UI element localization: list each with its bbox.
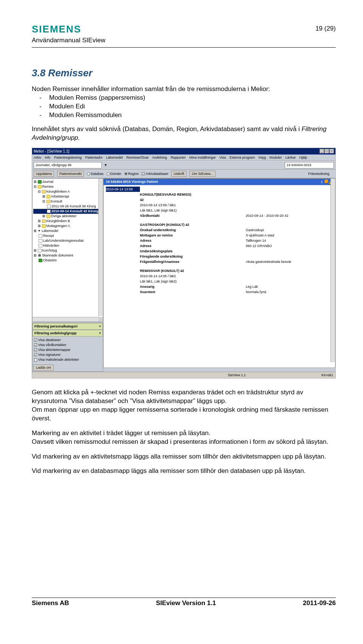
radio-databas[interactable]: Databas: [87, 171, 104, 176]
module-item: Modulen Remiss (pappersremiss): [49, 94, 145, 102]
menu-item[interactable]: Externa program: [230, 156, 255, 159]
body-paragraph: Om man öppnar upp en mapp ligger remisse…: [32, 406, 336, 423]
about-button[interactable]: Om SIEview...: [189, 171, 216, 177]
tree-node: Recept: [33, 233, 102, 238]
app-screenshot: Melior - [SieView 1.1] _ □ × Arkiv Info …: [32, 148, 336, 378]
menu-item[interactable]: Intyg: [259, 156, 266, 159]
menu-item[interactable]: Patientregistrering: [54, 156, 82, 159]
content-header: 19 540404-8815 Visnings Patient !: [104, 179, 335, 185]
footer-version: SIEview Version 1.1: [156, 599, 216, 607]
menu-item[interactable]: Rapporter: [171, 156, 186, 159]
opt-databaser[interactable]: ✓Visa databaser: [34, 338, 101, 342]
window-title: Melior - [SieView 1.1]: [34, 149, 69, 154]
body-paragraph: Genom att klicka på +-tecknet vid noden …: [32, 388, 336, 406]
page-number: 19 (29): [315, 25, 336, 32]
menu-item[interactable]: Moduler: [270, 156, 282, 159]
menu-item[interactable]: Avdelning: [152, 156, 167, 159]
radio-doman[interactable]: Domän: [107, 171, 121, 176]
tree-item: 2011-09-26 Konsult 96 Kirurg: [33, 204, 102, 209]
status-context: KirAsk1: [321, 373, 333, 377]
tree-node: ⊞ ✦ Läkemedel: [33, 229, 102, 233]
update-button[interactable]: Uppdatera: [34, 171, 54, 177]
patient-overview-button[interactable]: Patientöversikt: [57, 171, 84, 177]
header-divider: [32, 47, 336, 48]
minimize-icon[interactable]: _: [320, 149, 324, 153]
tree-item-selected: 2010-09-14 Konsult 42 Kirurg: [33, 209, 102, 214]
module-list: -Modulen Remiss (pappersremiss) -Modulen…: [32, 94, 336, 120]
opt-aktivitetsmappar[interactable]: ✓Visa aktivitetsmappar: [34, 347, 101, 352]
alert-dot-icon: [324, 179, 328, 183]
menu-item[interactable]: Info: [45, 156, 51, 159]
footer-company: Siemens AB: [32, 599, 69, 607]
menu-item[interactable]: Arkiv: [34, 156, 41, 159]
tree-node: ⊞ Journal: [33, 179, 102, 184]
footer-date: 2011-09-26: [303, 599, 336, 607]
content-pane: 19 540404-8815 Visnings Patient ! 2010-0…: [103, 178, 335, 368]
scrollbar-vertical[interactable]: [330, 179, 335, 362]
check-arkiv[interactable]: ✓Arkivdatabaser: [142, 171, 168, 176]
logo: SIEMENS: [32, 23, 105, 35]
page-footer: Siemens AB SIEview Version 1.1 2011-09-2…: [32, 598, 336, 607]
tree-node: ⊟ Kirurgkliniken A: [33, 189, 102, 194]
opt-vardkontakter[interactable]: ✓Visa vårdkontakter: [34, 343, 101, 347]
scrollbar-vertical[interactable]: [98, 179, 103, 316]
module-item: Modulen Edi: [49, 102, 85, 111]
tree-node: Obstetrix: [33, 258, 102, 263]
search-label[interactable]: Fritextsökning: [308, 171, 329, 176]
radio-region[interactable]: Region: [124, 171, 139, 176]
patient-id-field[interactable]: 19 540404-0015: [285, 162, 334, 168]
tree-node: ⊞ Mottagningen A: [33, 224, 102, 229]
module-item: Modulen Remissmodulen: [49, 111, 122, 120]
tree-node: ⊞ Övriga aktiviteter: [33, 214, 102, 219]
tree-node: ⊟ Konsult: [33, 199, 102, 204]
window-titlebar: Melior - [SieView 1.1] _ □ ×: [32, 148, 335, 155]
tree-node: Lab/Undersökningsresultat: [33, 238, 102, 243]
entry-timestamp: 2010-09-14 13:58: [106, 187, 140, 192]
toolbar-top: Journaler, vårdgrupp 96 ▼ 19 540404-0015: [32, 161, 335, 169]
menu-item[interactable]: Länkar: [285, 156, 296, 159]
menu-bar: Arkiv Info Patientregistrering Patientad…: [32, 154, 335, 161]
menu-item[interactable]: Hjälp: [299, 156, 307, 159]
tree-node: ⊞ Arbetsterapi: [33, 194, 102, 199]
maximize-icon[interactable]: □: [324, 149, 329, 153]
tree-pane[interactable]: ⊞ Journal ⊟ Remiss ⊟ Kirurgkliniken A ⊞ …: [32, 178, 103, 322]
body-paragraph: Vid markering av en databasmapp läggs al…: [32, 467, 336, 476]
tree-node: Mätvärden: [33, 243, 102, 248]
menu-item[interactable]: Mina inställningar: [189, 156, 216, 159]
tree-node: ⊞ Kirurgkliniken B: [33, 219, 102, 224]
section-heading: 3.8 Remisser: [32, 66, 336, 80]
doc-subtitle: Användarmanual SIEview: [32, 37, 105, 44]
reload-button[interactable]: Ladda om: [33, 364, 54, 371]
journal-select[interactable]: Journaler, vårdgrupp 96: [34, 162, 102, 168]
tree-node: ⊞ 🖶 Skannade dokument: [33, 253, 102, 258]
menu-item[interactable]: Läkemedel: [106, 156, 123, 159]
tree-node: ⊟ Remiss: [33, 184, 102, 189]
opt-makulerade[interactable]: Visa makulerade aktiviteter: [34, 357, 101, 362]
body-paragraph: Vid markering av en aktivitetsmapp läggs…: [32, 452, 336, 461]
scrollbar-horizontal[interactable]: [33, 317, 98, 321]
close-icon[interactable]: ×: [329, 149, 334, 153]
body-paragraph: Markering av en aktivitet i trädet lägge…: [32, 429, 336, 438]
opt-signaturer[interactable]: ✓Visa signaturer: [34, 352, 101, 357]
toolbar-filter: Uppdatera Patientöversikt Databas Domän …: [32, 170, 335, 178]
menu-item[interactable]: Remisser/Svar: [126, 156, 149, 159]
filter-heading[interactable]: Filtrering avdelning/grupp+: [33, 330, 103, 337]
menu-item[interactable]: Visa: [219, 156, 226, 159]
tree-node: ⊞ Korr/Intyg: [33, 248, 102, 253]
status-version: SieView 1.1: [228, 373, 246, 377]
intro-paragraph: Noden Remisser innehåller information sa…: [32, 85, 336, 94]
status-bar: SieView 1.1 KirAsk1: [32, 372, 335, 378]
menu-item[interactable]: Patientadm: [85, 156, 103, 159]
print-button[interactable]: Utskrift: [171, 171, 186, 177]
filter-paragraph: Innehållet styrs av vald söknivå (Databa…: [32, 125, 336, 142]
body-paragraph: Oavsett vilken remissmodul remissen är s…: [32, 438, 336, 446]
filter-heading[interactable]: Filtrering personalkategori+: [33, 323, 103, 330]
